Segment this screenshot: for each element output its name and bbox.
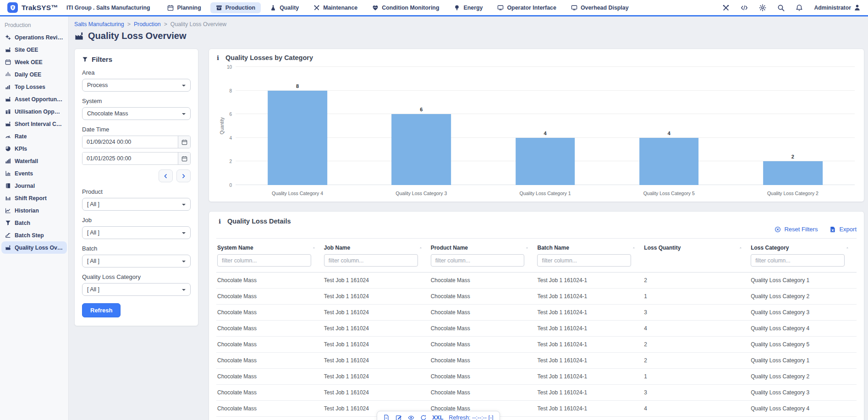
column-filter-input[interactable] — [324, 254, 418, 267]
eye-button[interactable] — [408, 415, 414, 420]
table-row[interactable]: Chocolate MassTest Job 1 161024Chocolate… — [216, 353, 857, 369]
sort-asc-icon[interactable] — [846, 246, 849, 250]
nav-item-quality[interactable]: Quality — [264, 2, 304, 13]
table-row[interactable]: Chocolate MassTest Job 1 161024Chocolate… — [216, 337, 857, 353]
table-row[interactable]: Chocolate MassTest Job 1 161024Chocolate… — [216, 305, 857, 321]
eye-icon — [408, 415, 414, 420]
batch-select[interactable]: [ All ] — [82, 255, 191, 267]
column-header[interactable]: Product Name — [431, 245, 532, 251]
sidebar-item-waterfall[interactable]: Waterfall — [1, 155, 67, 167]
bar-quality-loss-category-1[interactable] — [516, 138, 575, 185]
sort-asc-icon[interactable] — [312, 246, 316, 250]
column-loss-category: Loss Category — [750, 245, 857, 267]
page-size-label[interactable]: XXL — [432, 415, 443, 420]
file-button[interactable] — [383, 415, 390, 420]
sort-asc-icon[interactable] — [739, 246, 742, 250]
sidebar-item-short-interval-cont[interactable]: Short Interval Cont… — [1, 118, 67, 130]
column-header[interactable]: Loss Quantity — [644, 245, 745, 251]
nav-item-operator-interface[interactable]: Operator Interface — [492, 2, 561, 13]
nav-item-energy[interactable]: Energy — [448, 2, 488, 13]
table-row[interactable]: Chocolate MassTest Job 1 161024Chocolate… — [216, 417, 857, 420]
job-select[interactable]: [ All ] — [82, 226, 191, 239]
breadcrumb-site[interactable]: Salts Manufacturing — [74, 21, 124, 27]
column-label: Loss Quantity — [644, 245, 681, 251]
factory-icon — [5, 121, 11, 127]
column-filter-input[interactable] — [431, 254, 525, 267]
sidebar-item-top-losses[interactable]: Top Losses — [1, 81, 67, 93]
sidebar-item-journal[interactable]: Journal — [1, 180, 67, 192]
sidebar-item-rate[interactable]: Rate — [1, 130, 67, 142]
column-filter-input[interactable] — [217, 254, 311, 267]
sidebar-item-historian[interactable]: Historian — [1, 204, 67, 217]
code-button[interactable] — [741, 4, 748, 11]
sort-asc-icon[interactable] — [419, 246, 423, 250]
bar-slot: 4 — [483, 67, 607, 185]
calendar-picker-button[interactable] — [178, 153, 190, 164]
nav-item-overhead-display[interactable]: Overhead Display — [566, 2, 634, 13]
column-label: Job Name — [324, 245, 350, 251]
table-row[interactable]: Chocolate MassTest Job 1 161024Chocolate… — [216, 369, 857, 385]
gear-button[interactable] — [759, 4, 766, 11]
x-axis-label: Quality Loss Category 1 — [483, 191, 607, 196]
date-from-input[interactable] — [82, 136, 178, 148]
column-header[interactable]: Job Name — [324, 245, 425, 251]
table-row[interactable]: Chocolate MassTest Job 1 161024Chocolate… — [216, 401, 857, 417]
refresh-button[interactable]: Refresh — [82, 303, 121, 317]
sidebar-section-title: Production — [0, 18, 68, 31]
nav-item-condition-monitoring[interactable]: Condition Monitoring — [367, 2, 445, 13]
previous-period-button[interactable] — [159, 169, 173, 182]
breadcrumb-production[interactable]: Production — [134, 21, 161, 27]
sort-asc-icon[interactable] — [525, 246, 529, 250]
sidebar-item-utilisation-opportu[interactable]: Utilisation Opportu… — [1, 105, 67, 118]
sidebar-item-shift-report[interactable]: Shift Report — [1, 192, 67, 204]
edit-button[interactable] — [396, 415, 402, 420]
bar-quality-loss-category-3[interactable] — [391, 114, 451, 185]
sidebar-item-quality-loss-overvi[interactable]: Quality Loss Overvi… — [1, 241, 67, 254]
y-tick-label: 0 — [229, 183, 232, 188]
sidebar-item-daily-oee[interactable]: Daily OEE — [1, 68, 67, 81]
column-header[interactable]: Batch Name — [537, 245, 638, 251]
sort-asc-icon[interactable] — [632, 246, 636, 250]
area-select[interactable]: Process — [82, 79, 191, 92]
date-to-input[interactable] — [82, 153, 178, 164]
table-row[interactable]: Chocolate MassTest Job 1 161024Chocolate… — [216, 385, 857, 401]
svg-text:i: i — [219, 218, 221, 225]
nav-item-production[interactable]: Production — [210, 2, 261, 13]
sidebar-item-week-oee[interactable]: Week OEE — [1, 56, 67, 68]
column-header[interactable]: System Name — [217, 245, 319, 251]
product-select[interactable]: [ All ] — [82, 198, 191, 211]
barsup-icon — [5, 84, 11, 90]
table-row[interactable]: Chocolate MassTest Job 1 161024Chocolate… — [216, 289, 857, 305]
next-period-button[interactable] — [176, 169, 191, 182]
quality-loss-category-select[interactable]: [ All ] — [82, 283, 191, 296]
bell-button[interactable] — [796, 4, 803, 11]
reset-filters-button[interactable]: Reset Filters — [775, 226, 818, 233]
column-header[interactable]: Loss Category — [751, 245, 852, 251]
calendar-picker-button[interactable] — [178, 136, 190, 148]
table-cell: Test Job 1 161024 — [323, 353, 430, 368]
search-button[interactable] — [777, 4, 785, 11]
export-button[interactable]: Export — [830, 226, 857, 233]
sidebar-item-batch-step[interactable]: Batch Step — [1, 229, 67, 241]
table-row[interactable]: Chocolate MassTest Job 1 161024Chocolate… — [216, 273, 857, 289]
sidebar-item-kpis[interactable]: KPIs — [1, 142, 67, 155]
table-row[interactable]: Chocolate MassTest Job 1 161024Chocolate… — [216, 321, 857, 337]
user-menu[interactable]: Administrator — [814, 4, 861, 11]
traksys-logo[interactable] — [7, 2, 18, 13]
bar-quality-loss-category-4[interactable] — [268, 91, 327, 185]
bar-quality-loss-category-2[interactable] — [763, 161, 823, 185]
column-filter-input[interactable] — [537, 254, 631, 267]
sidebar-item-site-oee[interactable]: Site OEE — [1, 44, 67, 56]
column-filter-input[interactable] — [751, 254, 845, 267]
sidebar-item-events[interactable]: Events — [1, 167, 67, 180]
sidebar-item-batch[interactable]: Batch — [1, 217, 67, 229]
system-select[interactable]: Chocolate Mass — [82, 107, 191, 120]
tools-button[interactable] — [722, 4, 730, 11]
sidebar-item-operations-review[interactable]: Operations Review — [1, 31, 67, 44]
table-cell: 4 — [643, 321, 750, 336]
nav-item-planning[interactable]: Planning — [162, 2, 206, 13]
bar-quality-loss-category-5[interactable] — [639, 138, 699, 185]
sidebar-item-asset-opportunity[interactable]: Asset Opportunity — [1, 93, 67, 105]
nav-item-maintenance[interactable]: Maintenance — [308, 2, 363, 13]
refresh-button[interactable] — [420, 415, 427, 420]
